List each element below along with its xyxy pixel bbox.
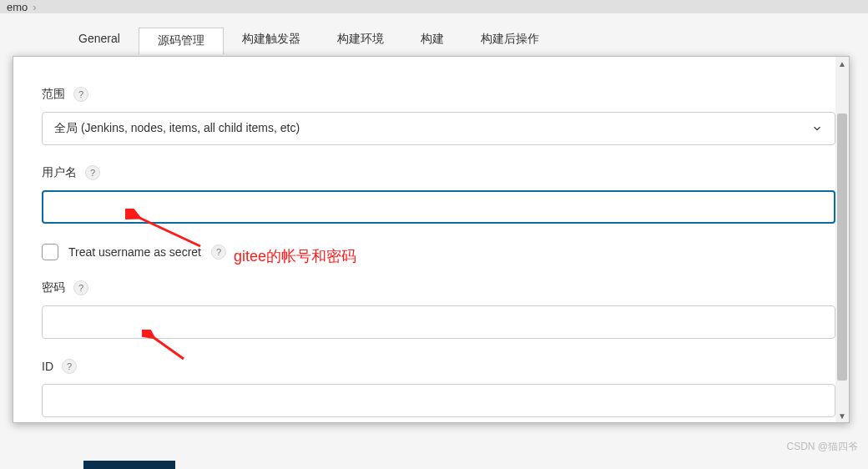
username-label: 用户名: [42, 165, 77, 180]
id-input[interactable]: [42, 384, 835, 417]
scrollbar-track[interactable]: ▲ ▼: [835, 57, 849, 422]
tab-general[interactable]: General: [60, 27, 139, 53]
help-icon[interactable]: ?: [73, 87, 88, 102]
id-label: ID: [42, 360, 53, 373]
help-icon[interactable]: ?: [62, 359, 77, 374]
treat-secret-row: Treat username as secret ?: [42, 244, 835, 260]
password-label: 密码: [42, 280, 65, 295]
tab-build-env[interactable]: 构建环境: [319, 27, 402, 53]
primary-action-button[interactable]: [83, 461, 175, 469]
tab-build-triggers[interactable]: 构建触发器: [224, 27, 319, 53]
help-icon[interactable]: ?: [73, 280, 88, 295]
scope-field: 范围 ? 全局 (Jenkins, nodes, items, all chil…: [42, 87, 835, 145]
credentials-dialog: 范围 ? 全局 (Jenkins, nodes, items, all chil…: [13, 56, 850, 423]
tab-scm[interactable]: 源码管理: [139, 28, 224, 54]
username-input[interactable]: [42, 190, 835, 224]
scope-label: 范围: [42, 87, 65, 102]
scroll-down-icon[interactable]: ▼: [835, 409, 849, 422]
username-field: 用户名 ?: [42, 165, 835, 224]
tab-post-build[interactable]: 构建后操作: [462, 27, 558, 53]
scrollbar-thumb[interactable]: [837, 113, 847, 381]
treat-secret-label: Treat username as secret: [68, 245, 201, 259]
tab-build[interactable]: 构建: [402, 27, 462, 53]
help-icon[interactable]: ?: [211, 245, 226, 260]
tab-bar: General 源码管理 构建触发器 构建环境 构建 构建后操作: [60, 27, 855, 53]
id-field: ID ?: [42, 359, 835, 417]
dialog-body: 范围 ? 全局 (Jenkins, nodes, items, all chil…: [13, 57, 849, 422]
breadcrumb-item[interactable]: emo: [7, 1, 28, 13]
scope-selected-value: 全局 (Jenkins, nodes, items, all child ite…: [54, 121, 300, 136]
treat-secret-checkbox[interactable]: [42, 244, 58, 260]
password-input[interactable]: [42, 305, 835, 339]
password-field: 密码 ?: [42, 280, 835, 339]
chevron-down-icon: [811, 123, 823, 134]
scope-select[interactable]: 全局 (Jenkins, nodes, items, all child ite…: [42, 112, 835, 145]
breadcrumb-separator: ›: [33, 1, 36, 13]
breadcrumb: emo ›: [0, 0, 43, 13]
scroll-up-icon[interactable]: ▲: [835, 57, 849, 70]
page-background: General 源码管理 构建触发器 构建环境 构建 构建后操作 范围 ? 全局…: [0, 13, 868, 469]
help-icon[interactable]: ?: [85, 165, 100, 180]
